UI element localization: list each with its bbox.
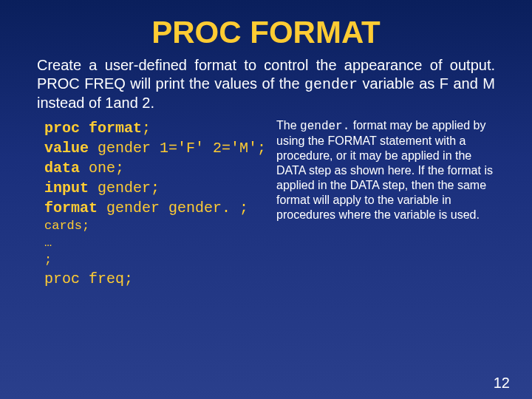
code-proc-freq: proc freq;: [44, 269, 266, 289]
note-text-pre: The: [276, 119, 300, 132]
code-kw-format: format: [44, 200, 98, 216]
code-kw-data: data: [44, 160, 80, 177]
code-kw-value: value: [44, 140, 89, 157]
code-l5c: gender gender. ;: [98, 200, 248, 216]
code-l1b: ;: [142, 120, 151, 137]
code-kw-proc-format: proc format: [44, 120, 142, 137]
intro-inline-code: gender: [304, 76, 358, 93]
code-l4c: gender;: [89, 180, 160, 197]
note-text-post: format may be applied by using the FORMA…: [276, 119, 493, 221]
code-block: proc format; value gender 1='F' 2='M'; d…: [44, 118, 266, 289]
intro-paragraph: Create a user-defined format to control …: [0, 56, 532, 112]
page-number: 12: [494, 375, 510, 392]
code-l2c: gender 1='F' 2='M';: [89, 140, 266, 157]
note-inline-code: gender.: [300, 120, 349, 133]
code-cards: cards;: [44, 218, 266, 235]
code-ellipsis: …: [44, 235, 266, 252]
content-row: proc format; value gender 1='F' 2='M'; d…: [0, 112, 532, 289]
side-note: The gender. format may be applied by usi…: [276, 118, 495, 289]
code-semicolon: ;: [44, 252, 266, 269]
code-l3b: one;: [80, 160, 124, 177]
code-kw-input: input: [44, 180, 89, 197]
slide-title: PROC FORMAT: [0, 0, 532, 56]
